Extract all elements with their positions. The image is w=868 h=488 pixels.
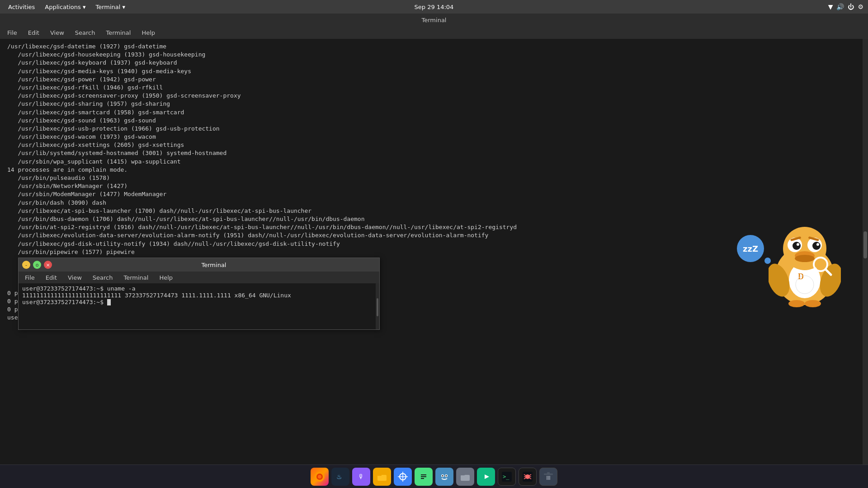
svg-text:🎙: 🎙: [358, 473, 364, 480]
terminal-main-title: Terminal: [422, 17, 447, 23]
zzz-bubble: zzZ: [737, 235, 764, 262]
ddg-mascot: D: [769, 221, 841, 307]
terminal-float-menu-file[interactable]: File: [22, 273, 38, 282]
terminal-menu-search[interactable]: Search: [72, 28, 98, 37]
browser-icon[interactable]: [394, 468, 412, 486]
terminal-float-scrollbar-thumb[interactable]: [377, 298, 378, 316]
files-icon[interactable]: [373, 468, 391, 486]
terminal-float-menubar: File Edit View Search Terminal Help: [19, 272, 379, 283]
trash-icon[interactable]: [539, 468, 557, 486]
svg-point-15: [788, 300, 805, 307]
main-terminal-scrollbar[interactable]: [863, 39, 868, 465]
svg-point-39: [439, 472, 449, 482]
svg-point-16: [805, 300, 821, 307]
filemanager-icon[interactable]: [456, 468, 474, 486]
topbar-left: Activities Applications ▾ Terminal ▾: [5, 3, 129, 11]
svg-point-42: [442, 475, 443, 476]
terminal-menu[interactable]: Terminal ▾: [92, 3, 129, 11]
settings-icon[interactable]: ⚙: [858, 3, 863, 10]
terminal-float-window: - o × Terminal File Edit View Search Ter…: [18, 258, 380, 330]
main-terminal-scrollbar-thumb[interactable]: [863, 231, 867, 258]
svg-point-8: [816, 243, 819, 246]
podcast-icon[interactable]: 🎙: [352, 468, 370, 486]
svg-point-10: [795, 255, 815, 262]
svg-point-7: [797, 243, 799, 246]
svg-text:>_: >_: [503, 474, 509, 480]
texteditor-icon[interactable]: [415, 468, 433, 486]
terminal-float-menu-edit[interactable]: Edit: [43, 273, 60, 282]
svg-point-52: [525, 474, 530, 479]
network-icon[interactable]: ▼: [828, 3, 833, 10]
play-icon[interactable]: [477, 468, 495, 486]
terminal-float-menu-help[interactable]: Help: [156, 273, 175, 282]
svg-rect-46: [461, 474, 465, 475]
terminal-float-line3: user@372337527174473:~$: [22, 299, 376, 305]
terminal-float-maximize[interactable]: o: [33, 261, 41, 269]
terminal-taskbar-icon[interactable]: >_: [498, 468, 516, 486]
svg-rect-30: [377, 474, 382, 476]
terminal-float-controls: - o ×: [22, 261, 52, 269]
svg-rect-61: [547, 472, 550, 474]
spider-icon[interactable]: [519, 468, 537, 486]
terminal-float-titlebar: - o × Terminal: [19, 258, 379, 272]
terminal-float-minimize[interactable]: -: [22, 261, 30, 269]
terminal-main-menubar: File Edit View Search Terminal Help: [0, 26, 868, 39]
terminal-cursor: [107, 299, 111, 305]
godot-icon[interactable]: [435, 468, 453, 486]
terminal-menu-help[interactable]: Help: [139, 28, 158, 37]
topbar: Activities Applications ▾ Terminal ▾ Sep…: [0, 0, 868, 14]
terminal-float-line2: 1111111111111111111111111111 37233752717…: [22, 292, 376, 299]
svg-rect-45: [461, 475, 470, 481]
svg-point-43: [446, 475, 447, 476]
terminal-float-menu-terminal[interactable]: Terminal: [121, 273, 151, 282]
terminal-menu-file[interactable]: File: [5, 28, 20, 37]
terminal-float-content[interactable]: user@372337527174473:~$ uname -a 1111111…: [19, 283, 379, 329]
desktop: Terminal File Edit View Search Terminal …: [0, 14, 868, 465]
steam-icon[interactable]: ♨: [331, 468, 349, 486]
terminal-float-menu-search[interactable]: Search: [90, 273, 116, 282]
terminal-float-menu-view[interactable]: View: [65, 273, 85, 282]
svg-text:♨: ♨: [336, 473, 342, 480]
taskbar: ♨ 🎙: [0, 465, 868, 488]
svg-point-23: [318, 475, 321, 479]
volume-icon[interactable]: 🔊: [836, 3, 844, 10]
terminal-main-titlebar: Terminal: [0, 14, 868, 26]
terminal-float-close[interactable]: ×: [44, 261, 52, 269]
terminal-float-title: Terminal: [52, 262, 376, 268]
terminal-menu-edit[interactable]: Edit: [25, 28, 42, 37]
terminal-float-line1: user@372337527174473:~$ uname -a: [22, 285, 376, 292]
terminal-float-scrollbar[interactable]: [376, 283, 379, 329]
applications-menu[interactable]: Applications ▾: [41, 3, 89, 11]
svg-point-6: [812, 242, 821, 250]
activities-button[interactable]: Activities: [5, 3, 38, 11]
terminal-menu-view[interactable]: View: [47, 28, 67, 37]
terminal-menu-terminal[interactable]: Terminal: [103, 28, 133, 37]
terminal-main-window: Terminal File Edit View Search Terminal …: [0, 14, 868, 465]
power-icon[interactable]: ⏻: [848, 3, 854, 10]
firefox-icon[interactable]: [311, 468, 329, 486]
svg-point-5: [793, 242, 801, 250]
topbar-right: ▼ 🔊 ⏻ ⚙: [828, 3, 863, 10]
topbar-datetime: Sep 29 14:04: [415, 4, 454, 10]
